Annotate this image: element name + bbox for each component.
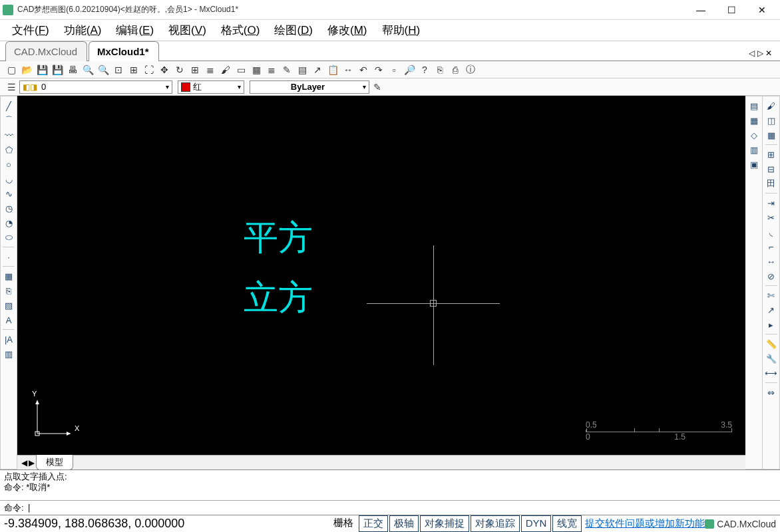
line-icon[interactable]: ╱: [2, 99, 15, 112]
find-icon[interactable]: 🔎: [402, 63, 417, 77]
wrench-icon[interactable]: 🔧: [765, 352, 778, 365]
zoom-out-icon[interactable]: 🔍: [96, 63, 110, 77]
arc-icon[interactable]: ◡: [2, 172, 15, 186]
grip-icon[interactable]: ◇: [747, 128, 761, 142]
feedback-link[interactable]: 提交软件问题或增加新功能: [585, 517, 705, 530]
tab-nav[interactable]: ◁ ▷ ✕: [746, 46, 775, 61]
layer-combo[interactable]: ◧◨ 0 ▾: [19, 80, 172, 94]
clipboard-icon[interactable]: 📋: [325, 63, 340, 77]
area-icon[interactable]: ▭: [234, 63, 248, 77]
props-icon[interactable]: ▦: [747, 114, 761, 127]
mirror-h-icon[interactable]: ⇔: [765, 386, 778, 399]
measure-icon[interactable]: ▥: [2, 347, 15, 360]
menu-m[interactable]: 修改(M): [321, 20, 374, 41]
ellipse-icon[interactable]: ⬭: [2, 231, 15, 244]
paint-icon[interactable]: 🖌: [218, 63, 233, 77]
polygon-icon[interactable]: ⬠: [2, 143, 15, 156]
block-icon[interactable]: ▦: [2, 269, 15, 283]
layer-icon[interactable]: ≣: [203, 63, 218, 77]
scissors-icon[interactable]: ✄: [765, 289, 778, 302]
layers-icon[interactable]: ≣: [264, 63, 279, 77]
saveall-icon[interactable]: 💾: [50, 63, 65, 77]
status-toggle-4[interactable]: 对象追踪: [471, 515, 520, 532]
maximize-button[interactable]: ☐: [716, 0, 747, 20]
clock-icon[interactable]: ◷: [2, 201, 15, 215]
menu-f[interactable]: 文件(F): [5, 20, 56, 41]
command-input[interactable]: [27, 503, 776, 513]
undo-icon[interactable]: ↶: [356, 63, 371, 77]
arrow-icon[interactable]: ↗: [765, 303, 778, 317]
curve-icon[interactable]: ∿: [2, 187, 15, 200]
copy2-icon[interactable]: ▣: [747, 158, 761, 171]
props-icon[interactable]: ⊞: [188, 63, 202, 77]
status-toggle-0[interactable]: 栅格: [329, 515, 357, 532]
doc-tab-1[interactable]: MxCloud1*: [89, 41, 159, 61]
brush-icon[interactable]: 🖌: [765, 99, 778, 112]
pan-icon[interactable]: ✥: [157, 63, 172, 77]
ruler-icon[interactable]: 📏: [765, 337, 778, 350]
polyline-icon[interactable]: 〰: [2, 128, 15, 142]
menu-v[interactable]: 视图(V): [162, 20, 213, 41]
export-icon[interactable]: ↗: [310, 63, 325, 77]
dot-icon[interactable]: ·: [2, 250, 15, 263]
mtext-ia-icon[interactable]: |A: [2, 332, 15, 346]
plot-icon[interactable]: 🖶: [65, 63, 80, 77]
status-toggle-6[interactable]: 线宽: [552, 515, 582, 532]
menu-h[interactable]: 帮助(H): [375, 20, 427, 41]
zoom-in-icon[interactable]: 🔍: [81, 63, 95, 77]
regen-icon[interactable]: ↻: [172, 63, 187, 77]
layers2-icon[interactable]: ▥: [747, 143, 761, 156]
stretch-icon[interactable]: ↔: [765, 255, 778, 268]
hatch-icon[interactable]: ▦: [249, 63, 264, 77]
zoom-window-icon[interactable]: ⊞: [126, 63, 141, 77]
fillet-icon[interactable]: ◟: [765, 225, 778, 239]
layer-filter-icon[interactable]: ☰: [4, 80, 19, 94]
about-icon[interactable]: ⓘ: [463, 63, 478, 77]
eraser-icon[interactable]: ◫: [765, 114, 778, 127]
status-toggle-1[interactable]: 正交: [359, 515, 388, 532]
hatch2-icon[interactable]: ▦: [765, 128, 778, 142]
pointer-icon[interactable]: ▸: [765, 318, 778, 331]
doc-tab-0[interactable]: CAD.MxCloud: [5, 41, 87, 61]
redo-icon[interactable]: ↷: [371, 63, 386, 77]
new-icon[interactable]: ▢: [4, 63, 19, 77]
status-toggle-2[interactable]: 极轴: [389, 515, 419, 532]
script-icon[interactable]: ▤: [295, 63, 309, 77]
arc-seg-icon[interactable]: ⌒: [2, 114, 15, 127]
menu-a[interactable]: 功能(A): [57, 20, 108, 41]
dist-icon[interactable]: ↔: [341, 63, 355, 77]
drawing-canvas[interactable]: 平方 立方 X Y 0.53.5: [17, 96, 745, 455]
insert-icon[interactable]: ⎘: [2, 284, 15, 297]
sheet-prev-icon[interactable]: ◀: [21, 458, 27, 467]
break-icon[interactable]: ⊘: [765, 269, 778, 283]
matchprop-icon[interactable]: ✎: [370, 80, 385, 94]
circle-icon[interactable]: ○: [2, 158, 15, 171]
menu-e[interactable]: 编辑(E): [109, 20, 160, 41]
sheet-next-icon[interactable]: ▶: [29, 458, 35, 467]
trim-icon[interactable]: ✂: [765, 211, 778, 224]
dim-continue-icon[interactable]: ⟷: [765, 366, 778, 380]
save-icon[interactable]: 💾: [35, 63, 49, 77]
status-toggle-5[interactable]: DYN: [521, 515, 552, 532]
grid-center-icon[interactable]: 田: [765, 177, 778, 190]
corner-icon[interactable]: ⌐: [765, 240, 778, 253]
zoom-all-icon[interactable]: ⊡: [111, 63, 126, 77]
open-icon[interactable]: 📂: [19, 63, 34, 77]
menu-o[interactable]: 格式(O): [214, 20, 267, 41]
sheet-tab-model[interactable]: 模型: [36, 455, 73, 470]
extend-icon[interactable]: ⇥: [765, 196, 778, 209]
menu-d[interactable]: 绘图(D): [268, 20, 319, 41]
close-button[interactable]: ✕: [747, 0, 777, 20]
zoom-ext-icon[interactable]: ⛶: [142, 63, 156, 77]
link-icon[interactable]: ⎘: [433, 63, 447, 77]
status-toggle-3[interactable]: 对象捕捉: [420, 515, 469, 532]
color-combo[interactable]: 红 ▾: [178, 80, 244, 94]
hatch-icon[interactable]: ▨: [2, 299, 15, 312]
help-icon[interactable]: ?: [417, 63, 432, 77]
array-icon[interactable]: ⊞: [765, 148, 778, 161]
ellipse-arc-icon[interactable]: ◔: [2, 216, 15, 229]
brush-icon[interactable]: ✎: [280, 63, 294, 77]
blank-icon[interactable]: ▫: [387, 63, 401, 77]
grid3-icon[interactable]: ⊟: [765, 162, 778, 176]
linetype-combo[interactable]: ByLayer ▾: [250, 80, 369, 94]
